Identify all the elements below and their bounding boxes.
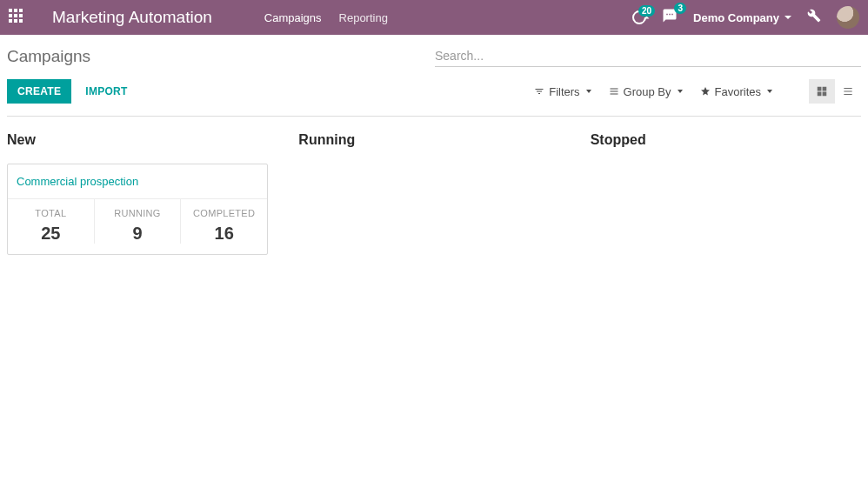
app-brand: Marketing Automation [52, 8, 212, 27]
developer-tools-icon[interactable] [807, 9, 821, 26]
chevron-down-icon [785, 16, 791, 19]
stat-value: 16 [181, 224, 267, 244]
user-avatar[interactable] [837, 6, 859, 29]
import-button[interactable]: IMPORT [75, 79, 137, 104]
stat-label: COMPLETED [181, 208, 267, 218]
chevron-down-icon [767, 90, 772, 93]
stat-running[interactable]: RUNNING 9 [94, 199, 181, 244]
stat-value: 9 [95, 224, 181, 244]
apps-icon[interactable] [9, 9, 26, 26]
groupby-label: Group By [624, 85, 671, 98]
company-name: Demo Company [693, 11, 779, 24]
column-title[interactable]: Stopped [591, 132, 861, 148]
filters-label: Filters [549, 85, 579, 98]
list-icon [609, 86, 619, 97]
funnel-icon [534, 86, 544, 97]
stat-label: RUNNING [95, 208, 181, 218]
filters-dropdown[interactable]: Filters [534, 85, 591, 98]
create-button[interactable]: CREATE [7, 79, 71, 104]
trial-timer-button[interactable]: 20 [632, 10, 646, 24]
list-view-button[interactable] [835, 79, 861, 104]
campaign-card[interactable]: Commercial prospection TOTAL 25 RUNNING … [7, 164, 268, 255]
chevron-down-icon [678, 90, 683, 93]
chat-badge: 3 [674, 3, 686, 14]
groupby-dropdown[interactable]: Group By [609, 85, 683, 98]
kanban-column-stopped: Stopped [591, 132, 861, 255]
kanban-column-running: Running [298, 132, 569, 255]
column-title[interactable]: Running [298, 132, 569, 148]
stat-value: 25 [8, 224, 94, 244]
discuss-button[interactable]: 3 [662, 8, 678, 27]
kanban-column-new: New Commercial prospection TOTAL 25 RUNN… [7, 132, 277, 255]
breadcrumb: Campaigns [7, 47, 90, 66]
kanban-view-button[interactable] [809, 79, 835, 104]
star-icon [700, 86, 711, 97]
search-input[interactable] [435, 45, 861, 66]
favorites-dropdown[interactable]: Favorites [700, 85, 772, 98]
list-view-icon [842, 85, 854, 97]
stat-completed[interactable]: COMPLETED 16 [180, 199, 267, 244]
nav-campaigns[interactable]: Campaigns [264, 11, 322, 24]
timer-badge: 20 [638, 5, 655, 17]
stat-total[interactable]: TOTAL 25 [8, 199, 94, 244]
chevron-down-icon [586, 90, 591, 93]
nav-reporting[interactable]: Reporting [339, 11, 388, 24]
kanban-icon [816, 85, 828, 97]
campaign-card-title: Commercial prospection [8, 175, 267, 199]
favorites-label: Favorites [715, 85, 761, 98]
stat-label: TOTAL [8, 208, 94, 218]
column-title[interactable]: New [7, 132, 277, 148]
company-switcher[interactable]: Demo Company [693, 11, 791, 24]
